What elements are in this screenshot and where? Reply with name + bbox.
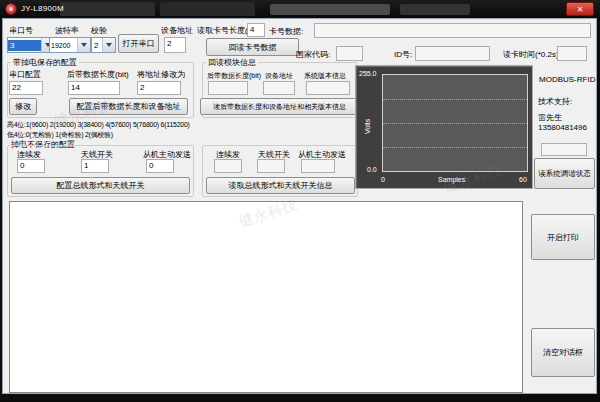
titlebar: JY-L8900M ✕	[0, 0, 600, 18]
data-len-label: 后带数据长度(bit)	[67, 69, 129, 80]
read-datalen-addr-version-button[interactable]: 读后带数据长度和设备地址和相关版本信息	[200, 98, 359, 115]
status-field[interactable]	[541, 143, 587, 156]
main-window: 串口号 3 波特率 19200 校验 2 打开串口 设备地址 2 读取卡号长度(…	[2, 18, 597, 394]
background-window-artifact	[400, 4, 470, 15]
rb-data-len-label: 后带数据长度(bit)	[207, 71, 261, 81]
config-bus-antenna-button[interactable]: 配置总线形式和天线开关	[11, 177, 190, 194]
device-addr-field[interactable]: 2	[164, 37, 186, 53]
baud-note-line1: 高4位:1(9600) 2(19200) 3(38400) 4(57600) 5…	[7, 120, 190, 130]
read-time-label: 读卡时间(*0.2s):	[503, 49, 561, 60]
screen: JY-L8900M ✕ 串口号 3 波特率 19200 校验 2 打开串口 设备…	[0, 0, 600, 402]
close-button[interactable]: ✕	[566, 2, 594, 16]
country-code-label: 国家代码:	[296, 49, 330, 60]
antenna-field[interactable]: 1	[81, 159, 109, 173]
x-axis-min-tick: 0	[381, 176, 385, 183]
country-code-field[interactable]	[336, 46, 363, 61]
new-addr-label: 将地址修改为	[137, 69, 185, 80]
id-field[interactable]	[415, 46, 490, 61]
plot-area	[382, 74, 528, 172]
readback-info-title: 回读模块信息	[206, 57, 258, 68]
baud-value: 19200	[50, 41, 77, 50]
chevron-down-icon[interactable]	[102, 38, 115, 52]
card-data-field[interactable]	[314, 23, 591, 38]
serial-port-value: 3	[8, 40, 41, 51]
open-serial-button[interactable]: 打开串口	[118, 34, 159, 53]
data-len-field[interactable]: 14	[68, 81, 120, 95]
log-area[interactable]	[9, 201, 523, 393]
persist-config-title: 带掉电保存的配置	[11, 57, 79, 68]
baud-label: 波特率	[55, 25, 79, 36]
device-addr-label: 设备地址	[161, 25, 193, 36]
serial-config-field[interactable]: 22	[9, 81, 43, 95]
read-len-field[interactable]: 4	[247, 23, 265, 37]
parity-label: 校验	[91, 25, 107, 36]
parity-value: 2	[92, 40, 102, 51]
support-label: 技术支持:	[538, 96, 572, 107]
id-label: ID号:	[394, 49, 412, 60]
rb-cont-send-field[interactable]	[214, 159, 242, 173]
serial-config-label: 串口配置	[9, 69, 41, 80]
rb-version-field[interactable]	[306, 81, 350, 95]
contact-name: 雷先生	[538, 112, 562, 123]
y-axis-label: Volts	[364, 119, 371, 134]
new-addr-field[interactable]: 2	[137, 81, 181, 95]
read-bus-antenna-button[interactable]: 读取总线形式和天线开关信息	[206, 177, 355, 194]
background-window-addressbar	[270, 4, 390, 15]
readback-card-button[interactable]: 回读卡号数据	[206, 38, 299, 56]
rb-device-addr-label: 设备地址	[265, 71, 293, 81]
y-axis-max-tick: 255.0	[359, 70, 377, 77]
rb-slave-send-field[interactable]	[301, 159, 335, 173]
rb-antenna-field[interactable]	[257, 159, 285, 173]
x-axis-max-tick: 60	[519, 176, 527, 183]
gridline	[383, 147, 527, 148]
read-system-status-button[interactable]: 读系统调谐状态	[534, 158, 595, 189]
contact-phone: 13580481496	[538, 123, 587, 132]
app-icon	[5, 3, 17, 15]
cont-send-field[interactable]: 0	[17, 159, 45, 173]
window-title: JY-L8900M	[21, 4, 64, 13]
voltage-chart: 255.0 0.0 Volts 0 Samples 60	[355, 65, 533, 189]
read-time-field[interactable]	[557, 46, 587, 61]
rb-version-label: 系统版本信息	[304, 71, 346, 81]
card-data-label: 卡号数据:	[269, 26, 303, 37]
gridline	[383, 99, 527, 100]
parity-combo[interactable]: 2	[91, 37, 116, 53]
serial-port-combo[interactable]: 3	[7, 37, 55, 53]
chevron-down-icon[interactable]	[77, 38, 90, 52]
x-axis-label: Samples	[438, 176, 465, 183]
baud-combo[interactable]: 19200	[49, 37, 91, 53]
serial-port-label: 串口号	[9, 25, 33, 36]
rb-data-len-field[interactable]	[208, 81, 248, 95]
background-window-tab	[160, 2, 255, 16]
y-axis-min-tick: 0.0	[367, 166, 377, 173]
slave-send-field[interactable]: 0	[146, 159, 174, 173]
config-datalen-addr-button[interactable]: 配置后带数据长度和设备地址	[69, 98, 188, 115]
modify-button[interactable]: 修改	[9, 98, 37, 115]
product-name: MODBUS-RFID	[539, 75, 595, 84]
gridline	[383, 123, 527, 124]
rb-device-addr-field[interactable]	[263, 81, 295, 95]
background-window-tab	[60, 2, 155, 16]
print-button[interactable]: 开启打印	[531, 214, 595, 260]
clear-dialog-button[interactable]: 清空对话框	[531, 328, 595, 377]
